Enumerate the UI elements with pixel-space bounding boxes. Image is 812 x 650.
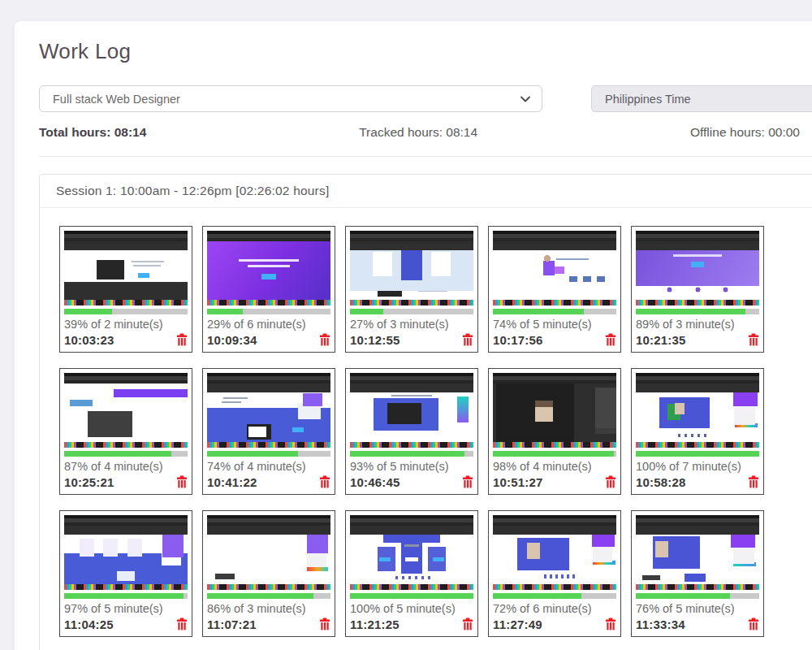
screenshot-thumb[interactable] [493,515,616,590]
screenshot-meta: 11:07:21 [207,617,330,633]
screenshot-caption: 76% of 5 minute(s) [636,601,759,617]
trash-icon[interactable] [748,333,759,346]
screenshot-caption: 39% of 2 minute(s) [64,317,188,332]
progress-bar [64,451,188,457]
screenshot-card: 29% of 6 minute(s) 10:09:34 [202,226,335,353]
timezone-select[interactable]: Philippines Time [591,85,812,112]
screenshot-meta: 10:03:23 [64,332,188,349]
screenshot-caption: 27% of 3 minute(s) [350,317,473,332]
job-select[interactable]: Full stack Web Designer [39,85,542,112]
trash-icon[interactable] [462,475,473,488]
session-header: Session 1: 10:00am - 12:26pm [02:26:02 h… [40,175,812,208]
progress-bar [636,593,759,599]
screenshot-thumb[interactable] [636,373,759,448]
screenshot-time: 10:03:23 [64,333,114,347]
screenshot-caption: 100% of 7 minute(s) [636,459,759,474]
progress-bar [636,309,759,314]
progress-fill [64,451,171,457]
progress-bar [350,309,473,314]
job-select-value: Full stack Web Designer [53,93,180,106]
trash-icon[interactable] [462,618,473,630]
screenshot-time: 10:41:22 [207,475,257,489]
screenshot-meta: 10:58:28 [636,474,759,491]
progress-fill [64,593,184,599]
screenshot-caption: 98% of 4 minute(s) [493,459,616,474]
progress-bar [493,593,616,599]
screenshot-image [64,241,188,300]
progress-fill [350,451,464,457]
trash-icon[interactable] [176,475,188,488]
screenshot-image [493,384,616,442]
screenshot-card: 87% of 4 minute(s) 10:25:21 [59,368,192,495]
screenshot-card: 72% of 6 minute(s) 11:27:49 [488,510,621,637]
screenshot-thumb[interactable] [350,373,473,448]
screenshot-thumb[interactable] [64,373,188,448]
progress-bar [493,451,616,457]
trash-icon[interactable] [319,475,330,488]
trash-icon[interactable] [176,333,188,346]
trash-icon[interactable] [605,333,616,346]
page-background: { "page": { "title": "Work Log" }, "filt… [0,0,812,650]
screenshot-time: 10:46:45 [350,475,400,489]
filter-controls: Full stack Web Designer Philippines Time [39,85,812,112]
screenshot-thumb[interactable] [636,231,759,306]
screenshot-meta: 11:27:49 [493,617,616,633]
screenshot-meta: 10:21:35 [636,332,759,349]
screenshot-meta: 11:33:34 [636,617,759,633]
progress-fill [207,451,298,457]
screenshot-thumb[interactable] [493,231,616,306]
screenshot-caption: 74% of 4 minute(s) [207,459,330,474]
screenshot-card: 98% of 4 minute(s) 10:51:27 [488,368,621,495]
session-panel: Session 1: 10:00am - 12:26pm [02:26:02 h… [39,174,812,650]
screenshot-time: 10:09:34 [207,333,257,347]
screenshot-card: 89% of 3 minute(s) 10:21:35 [631,226,764,353]
chevron-down-icon [520,96,530,102]
screenshot-time: 10:12:55 [350,333,400,347]
trash-icon[interactable] [748,475,759,488]
screenshot-image [207,241,330,300]
trash-icon[interactable] [319,333,330,346]
trash-icon[interactable] [605,475,616,488]
screenshot-caption: 100% of 5 minute(s) [350,601,473,617]
progress-bar [64,593,188,599]
progress-bar [64,309,188,314]
screenshot-image [350,241,473,300]
screenshot-thumb[interactable] [207,515,330,590]
divider [39,156,812,157]
screenshot-caption: 97% of 5 minute(s) [64,601,188,617]
screenshot-meta: 11:21:25 [350,617,473,633]
progress-fill [493,309,584,314]
screenshot-thumb[interactable] [64,231,188,306]
screenshot-image [64,526,188,584]
screenshot-thumb[interactable] [64,515,188,590]
screenshot-thumb[interactable] [207,231,330,306]
screenshot-thumb[interactable] [636,515,759,590]
total-hours: Total hours: 08:14 [39,125,146,140]
screenshot-thumb[interactable] [350,231,473,306]
screenshot-grid: 39% of 2 minute(s) 10:03:23 29% of 6 min… [40,208,812,650]
screenshot-meta: 10:41:22 [207,474,330,491]
screenshot-caption: 93% of 5 minute(s) [350,459,473,474]
progress-bar [350,451,473,457]
progress-fill [493,451,614,457]
trash-icon[interactable] [605,618,616,630]
progress-fill [64,309,112,314]
trash-icon[interactable] [748,618,759,630]
screenshot-time: 10:17:56 [493,333,543,347]
screenshot-image [636,384,759,442]
screenshot-card: 100% of 7 minute(s) 10:58:28 [631,368,764,495]
screenshot-time: 11:04:25 [64,618,114,631]
trash-icon[interactable] [176,618,188,630]
progress-fill [636,309,745,314]
progress-fill [350,309,383,314]
trash-icon[interactable] [462,333,473,346]
screenshot-card: 76% of 5 minute(s) 11:33:34 [631,510,764,637]
screenshot-thumb[interactable] [493,373,616,448]
screenshot-thumb[interactable] [207,373,330,448]
screenshot-time: 11:33:34 [636,618,685,631]
screenshot-card: 100% of 5 minute(s) 11:21:25 [345,510,478,637]
progress-fill [493,593,581,599]
screenshot-time: 10:51:27 [493,475,543,489]
screenshot-thumb[interactable] [350,515,473,590]
trash-icon[interactable] [319,618,330,630]
